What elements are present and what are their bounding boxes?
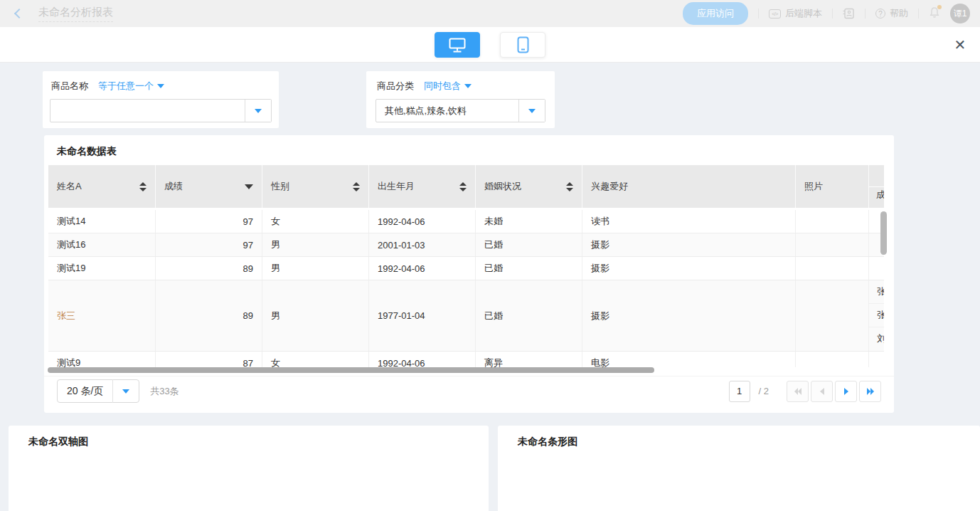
table-cell: 89 (156, 280, 262, 351)
table-cell: 1992-04-06 (369, 352, 476, 367)
code-icon: </> (769, 9, 781, 19)
table-row: 测试1989男1992-04-06已婚摄影 (48, 257, 884, 280)
help-button[interactable]: ? 帮助 (875, 7, 908, 20)
filter-head: 商品分类 同时包含 (376, 80, 545, 93)
chevron-right-icon (842, 387, 851, 396)
column-header[interactable]: 性别 (262, 165, 369, 208)
column-header: 成员 (869, 165, 884, 208)
column-header[interactable]: 出生年月 (369, 165, 476, 208)
report-title: 未命名分析报表 (38, 6, 113, 22)
report-preview-page: 未命名分析报表 应用访问 </> 后端脚本 ? 帮助 (0, 0, 980, 511)
table-cell (869, 257, 884, 280)
filter-label: 商品分类 (377, 80, 414, 93)
notification-bell-icon[interactable] (929, 6, 940, 21)
column-header: 照片 (796, 165, 869, 208)
sort-icon[interactable] (353, 182, 360, 191)
divider (832, 9, 833, 19)
filter-input-wrap (50, 99, 272, 122)
vertical-scrollbar[interactable] (880, 211, 887, 255)
row-name-link[interactable]: 张三 (48, 280, 156, 351)
table-cell: 2001-01-03 (369, 233, 476, 256)
table-cell: 读书 (582, 210, 796, 233)
next-page-button[interactable] (835, 381, 857, 402)
table-cell: 已婚 (476, 257, 582, 280)
filter-dropdown-button[interactable] (245, 100, 271, 122)
sub-cell: 张 (869, 280, 884, 304)
table-cell: 男 (262, 233, 369, 256)
horizontal-scrollbar[interactable] (48, 367, 654, 373)
filter-product-category: 商品分类 同时包含 (366, 71, 555, 128)
column-header[interactable]: 婚姻状况 (476, 165, 582, 208)
product-name-input[interactable] (50, 99, 272, 122)
page-size-select[interactable]: 20 条/页 (57, 379, 139, 403)
page-total-label: / 2 (759, 386, 769, 396)
column-label: 照片 (804, 180, 823, 193)
preview-toolbar: ✕ (0, 27, 980, 63)
table-cell: 女 (262, 352, 369, 367)
filter-operator-dropdown[interactable]: 同时包含 (424, 80, 472, 93)
divider (758, 9, 759, 19)
desktop-view-button[interactable] (435, 32, 480, 58)
desktop-icon (449, 38, 466, 53)
sort-icon[interactable] (139, 182, 147, 191)
last-page-button[interactable] (859, 381, 881, 402)
pagination-right: / 2 (729, 381, 881, 402)
prev-page-button[interactable] (811, 381, 833, 402)
back-icon[interactable] (14, 9, 24, 19)
dual-axis-chart-panel: 未命名双轴图 (9, 426, 489, 511)
filter-operator-dropdown[interactable]: 等于任意一个 (98, 80, 164, 93)
table-cell: 97 (156, 233, 262, 256)
filter-dropdown-button[interactable] (518, 100, 545, 122)
chevron-down-icon (528, 109, 536, 113)
sort-icon[interactable] (459, 182, 467, 191)
table-cell (869, 352, 884, 367)
table-row: 张三89男1977-01-04已婚摄影张张刘 (48, 280, 884, 352)
table-cell: 已婚 (476, 233, 582, 256)
contact-card-button[interactable] (843, 8, 855, 19)
bar-chart-panel: 未命名条形图 (498, 426, 980, 511)
table-cell: 1992-04-06 (369, 257, 476, 280)
backend-script-button[interactable]: </> 后端脚本 (769, 7, 822, 20)
mobile-icon (517, 36, 529, 53)
table-row: 测试1497女1992-04-06未婚读书 (48, 210, 884, 233)
mobile-view-button[interactable] (500, 32, 545, 58)
table-body: 测试1497女1992-04-06未婚读书测试1697男2001-01-03已婚… (48, 210, 884, 367)
table-row: 测试1697男2001-01-03已婚摄影 (48, 233, 884, 257)
sort-desc-icon[interactable] (245, 184, 253, 189)
table-cell (796, 352, 869, 367)
column-label: 性别 (271, 180, 289, 193)
column-header[interactable]: 姓名A (48, 165, 156, 208)
column-header[interactable]: 成绩 (156, 165, 262, 208)
chart-title: 未命名双轴图 (9, 426, 489, 448)
divider (112, 379, 113, 403)
page-number-input[interactable] (729, 381, 750, 402)
column-label: 出生年月 (378, 180, 415, 193)
close-icon[interactable]: ✕ (952, 36, 969, 53)
sort-icon[interactable] (566, 182, 573, 191)
table-title: 未命名数据表 (44, 135, 894, 158)
table-cell: 1992-04-06 (369, 210, 476, 233)
chevron-down-icon (157, 84, 164, 88)
filter-operator-label: 等于任意一个 (98, 80, 154, 93)
contact-card-icon (843, 8, 855, 19)
table-cell: 97 (156, 210, 262, 233)
filter-input-wrap (376, 99, 545, 122)
table-cell: 测试9 (48, 352, 156, 367)
avatar[interactable]: 谭1 (950, 4, 970, 23)
table-cell (796, 257, 869, 280)
notification-badge (937, 5, 942, 9)
table-cell: 电影 (582, 352, 796, 367)
table-cell-stacked: 张张刘 (869, 280, 884, 351)
first-page-button[interactable] (787, 381, 809, 402)
table-cell: 1977-01-04 (369, 280, 476, 351)
column-label: 兴趣爱好 (591, 180, 628, 193)
divider (865, 9, 866, 19)
app-access-button[interactable]: 应用访问 (683, 2, 748, 25)
double-chevron-right-icon (866, 387, 875, 396)
page-size-value: 20 条/页 (67, 385, 103, 398)
table-cell: 女 (262, 210, 369, 233)
filter-head: 商品名称 等于任意一个 (50, 80, 272, 93)
table-cell: 测试14 (48, 210, 156, 233)
help-label: 帮助 (890, 7, 908, 20)
table-header: 姓名A成绩性别出生年月婚姻状况兴趣爱好照片成员 (48, 165, 884, 208)
